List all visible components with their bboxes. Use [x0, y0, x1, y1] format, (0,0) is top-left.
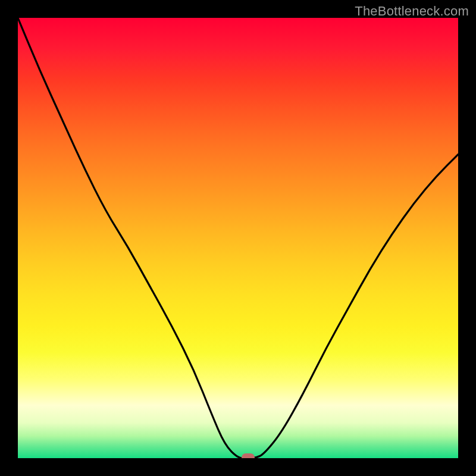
plot-area [18, 18, 458, 458]
curve-svg [18, 18, 458, 458]
chart-container: TheBottleneck.com [0, 0, 476, 476]
watermark-text: TheBottleneck.com [355, 4, 469, 19]
bottleneck-curve [18, 18, 458, 458]
